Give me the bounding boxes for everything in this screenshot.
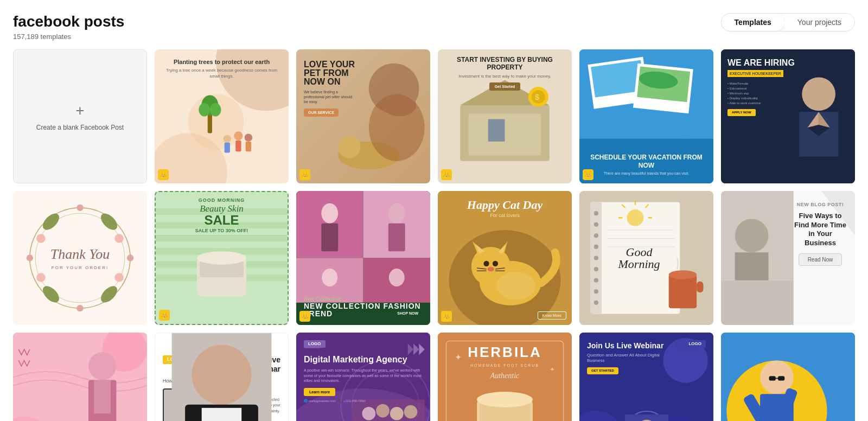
crown-badge: 👑: [158, 169, 169, 180]
webinar2-btn: GET STARTED: [587, 367, 618, 375]
template-card-webinar2[interactable]: LOGO Join Us Live Webinar Question and A…: [579, 333, 713, 421]
blog-label: NEW BLOG POST!: [793, 202, 847, 208]
svg-point-47: [40, 210, 62, 233]
template-card-webinar[interactable]: LOGO Join Us Live Webinar How to Grow Yo…: [155, 333, 289, 421]
svg-point-7: [234, 131, 242, 140]
tab-templates[interactable]: Templates: [722, 14, 784, 31]
template-card-vacation[interactable]: SCHEDULE YOUR VACATION FROM NOW There ar…: [579, 49, 713, 183]
planting-sub: Trying a tree once a week because goodne…: [161, 68, 282, 79]
svg-rect-21: [488, 119, 505, 142]
crown-badge: 👑: [299, 311, 310, 322]
title-section: facebook posts 157,189 templates: [13, 13, 124, 41]
template-card-morning[interactable]: Good Morning: [579, 191, 713, 325]
svg-point-64: [197, 251, 246, 264]
svg-point-92: [496, 272, 535, 299]
planting-title: Planting trees to protect our earth: [161, 58, 282, 66]
card-content: Thank You FOR YOUR ORDER!: [13, 191, 147, 325]
svg-point-141: [390, 407, 404, 420]
svg-rect-71: [321, 224, 338, 251]
svg-rect-120: [721, 280, 794, 325]
hiring-btn: APPLY NOW: [727, 109, 756, 117]
template-card-trend[interactable]: New Trend Available in Stores Now! ▶▶▶ 👑: [13, 333, 147, 421]
template-card-digital[interactable]: LOGO Digital Marketing Agency A positive…: [296, 333, 430, 421]
svg-rect-8: [235, 141, 241, 152]
blog-btn: Read Now: [799, 253, 843, 266]
thankyou-title: Thank You: [40, 245, 121, 263]
page-header: facebook posts 157,189 templates Templat…: [13, 13, 855, 41]
hiring-requirements: • Male/Female• Educational• Minimum exp•…: [727, 81, 812, 106]
pet-cta: OUR SERVICE: [304, 109, 339, 117]
fashion-shop: SHOP NOW: [393, 309, 423, 317]
create-blank-card[interactable]: + Create a blank Facebook Post: [13, 49, 147, 183]
invest-title: START INVESTING BY BUYING PROPERTY: [444, 56, 565, 72]
svg-rect-173: [778, 376, 784, 380]
card-content: WE ARE HIRING EXECUTIVE HOUSEKEEPER • Ma…: [721, 49, 855, 183]
svg-rect-12: [246, 142, 251, 152]
svg-rect-114: [669, 275, 697, 308]
svg-point-96: [594, 211, 598, 215]
svg-point-52: [114, 234, 123, 243]
crown-badge: 👑: [441, 311, 452, 322]
svg-point-98: [594, 233, 598, 238]
webinar2-photo: [625, 411, 668, 421]
card-content: Happy Cat Day For cat lovers Know More: [438, 191, 572, 325]
template-card-beauty[interactable]: GOOD MORNING Beauty Skin SALE SALE UP TO…: [155, 191, 289, 325]
invest-sub: Investment is the best way to make your …: [444, 74, 565, 79]
herbila-authentic: Authentic: [438, 371, 572, 381]
svg-point-74: [322, 269, 337, 286]
svg-point-75: [389, 269, 405, 286]
svg-point-48: [98, 210, 120, 233]
svg-point-101: [594, 267, 598, 271]
template-card-blog[interactable]: NEW BLOG POST! Five Ways to Find More Ti…: [721, 191, 855, 325]
svg-point-108: [627, 209, 643, 226]
svg-point-153: [477, 392, 533, 407]
template-card-thankyou[interactable]: Thank You FOR YOUR ORDER!: [13, 191, 147, 325]
template-card-herbila[interactable]: ✦ ✦ ✦ ✦ HERBILA HOMEMADE FOOT SCRUB Auth…: [438, 333, 572, 421]
card-content: New Arrival Fashion Collection: [721, 333, 855, 421]
svg-point-43: [76, 205, 83, 211]
svg-rect-122: [735, 252, 769, 280]
svg-point-11: [245, 133, 252, 141]
svg-point-126: [88, 352, 116, 380]
card-content: LOVE YOUR PET FROM NOW ON We believe fin…: [296, 49, 430, 183]
card-content: New Trend Available in Stores Now! ▶▶▶: [13, 333, 147, 421]
template-card-hiring[interactable]: WE ARE HIRING EXECUTIVE HOUSEKEEPER • Ma…: [721, 49, 855, 183]
morning-title: Good Morning: [607, 246, 672, 270]
svg-point-5: [199, 103, 210, 117]
cat-title: Happy Cat Day: [438, 199, 572, 212]
svg-point-140: [376, 404, 390, 418]
template-card-investing[interactable]: $ START INVESTING BY BUYING PROPERTY Inv…: [438, 49, 572, 183]
invest-btn: Get Started: [489, 82, 521, 91]
template-card-fashion[interactable]: New Collection New Collection FASHION TR…: [296, 191, 430, 325]
svg-point-70: [321, 203, 338, 224]
card-content: ✦ ✦ ✦ ✦ HERBILA HOMEMADE FOOT SCRUB Auth…: [438, 333, 572, 421]
cat-btn: Know More: [538, 311, 566, 320]
digital-contact: 🌐 reallygreatsite.com 📞 +123-456-7890: [304, 399, 423, 404]
svg-rect-116: [697, 282, 703, 293]
svg-point-16: [338, 136, 360, 158]
template-card-arrival[interactable]: New Arrival Fashion Collection 👑: [721, 333, 855, 421]
svg-point-72: [388, 203, 405, 224]
beauty-sale: SALE: [156, 214, 288, 227]
template-card-pet[interactable]: LOVE YOUR PET FROM NOW ON We believe fin…: [296, 49, 430, 183]
svg-point-45: [27, 254, 33, 261]
svg-point-54: [114, 273, 123, 282]
svg-point-97: [594, 222, 598, 227]
vacation-sub: There are many beautiful islands that yo…: [585, 171, 708, 176]
crown-badge: 👑: [583, 169, 593, 180]
svg-rect-10: [225, 143, 230, 153]
digital-sub: A positive win-win scenario. Throughout …: [304, 368, 423, 384]
template-card-planting[interactable]: Planting trees to protect our earth Tryi…: [155, 49, 289, 183]
template-card-cat[interactable]: Happy Cat Day For cat lovers Know More 👑: [438, 191, 572, 325]
view-tab-group: Templates Your projects: [721, 13, 855, 31]
svg-point-6: [210, 103, 221, 117]
svg-point-87: [488, 267, 494, 271]
card-content: New Collection New Collection FASHION TR…: [296, 191, 430, 325]
create-blank-label: Create a blank Facebook Post: [36, 124, 124, 131]
crown-badge: 👑: [299, 169, 310, 180]
webinar2-title: Join Us Live Webinar: [587, 341, 670, 350]
svg-point-50: [98, 283, 120, 305]
tab-your-projects[interactable]: Your projects: [784, 14, 854, 31]
herbila-sub: HOMEMADE FOOT SCRUB: [438, 363, 572, 368]
svg-point-49: [40, 283, 62, 305]
